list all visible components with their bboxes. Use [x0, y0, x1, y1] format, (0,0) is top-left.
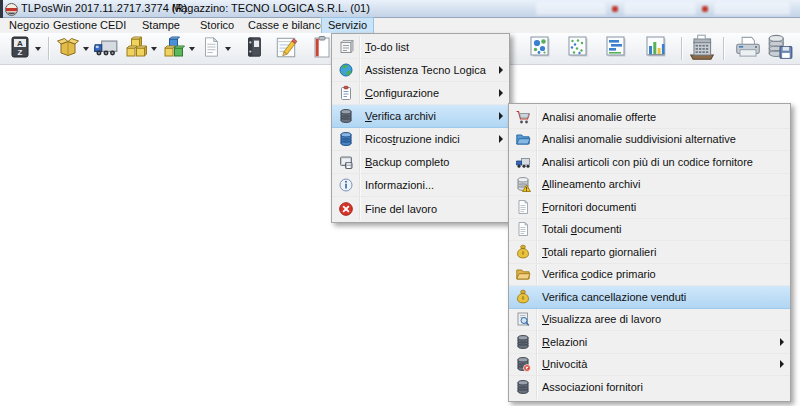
- menu-item-ricostruzione-indici[interactable]: Ricostruzione indici: [332, 128, 509, 151]
- bubble-chart-button[interactable]: [528, 35, 552, 62]
- menubar-item-servizio[interactable]: Servizio: [322, 18, 373, 33]
- toolbar-separator: [48, 37, 50, 60]
- menu-item-label: Relazioni: [542, 336, 587, 348]
- print-button[interactable]: [733, 35, 763, 62]
- dropdown-arrow-icon[interactable]: [225, 47, 231, 51]
- database-save-icon: [766, 33, 794, 65]
- menu-item-label: Fine del lavoro: [365, 203, 437, 215]
- menu-item-totali-reparto-giornalieri[interactable]: Totali reparto giornalieri: [509, 241, 790, 264]
- menubar-item-stampe[interactable]: Stampe: [136, 18, 186, 33]
- app-icon: [5, 2, 18, 15]
- menu-item-fornitori-documenti[interactable]: Fornitori documenti: [509, 196, 790, 219]
- submenu-arrow-icon: [499, 112, 503, 120]
- backup-icon: [338, 154, 354, 170]
- menu-item-configurazione[interactable]: Configurazione: [332, 82, 509, 105]
- archive-binder-button[interactable]: [243, 35, 265, 62]
- documents-button[interactable]: [200, 35, 231, 62]
- bar-chart-button[interactable]: [644, 35, 668, 62]
- menubar-item-casse-e-bilance[interactable]: Casse e bilance: [242, 18, 332, 33]
- az-book-icon: A Z: [8, 34, 32, 64]
- notepad-pencil-icon: [272, 34, 300, 64]
- menu-item-label: Verifica archivi: [365, 110, 436, 122]
- menu-item-univocit[interactable]: Univocità: [509, 354, 790, 377]
- menu-item-assistenza-tecno-logica[interactable]: Assistenza Tecno Logica: [332, 59, 509, 82]
- edit-notes-button[interactable]: [272, 35, 300, 62]
- submenu-arrow-icon: [499, 89, 503, 97]
- menu-item-verifica-archivi[interactable]: Verifica archivi: [332, 105, 509, 128]
- menu-item-fine-del-lavoro[interactable]: Fine del lavoro: [332, 197, 509, 220]
- moneybag-icon: [515, 244, 531, 260]
- doc-search-icon: [515, 311, 531, 327]
- menu-item-totali-documenti[interactable]: Totali documenti: [509, 219, 790, 242]
- menu-item-label: Totali documenti: [542, 223, 622, 235]
- info-icon: [338, 177, 354, 193]
- dropdown-arrow-icon[interactable]: [83, 47, 89, 51]
- menu-item-label: Fornitori documenti: [542, 201, 636, 213]
- document-icon: [515, 221, 531, 237]
- menu-item-label: Univocità: [542, 358, 587, 370]
- menu-item-label: Analisi anomalie suddivisioni alternativ…: [542, 133, 736, 145]
- cubes-color-icon: [162, 34, 186, 64]
- menu-item-verifica-cancellazione-venduti[interactable]: Verifica cancellazione venduti: [509, 286, 790, 309]
- menu-item-analisi-anomalie-suddivisioni-alternative[interactable]: Analisi anomalie suddivisioni alternativ…: [509, 129, 790, 152]
- servizio-menu-panel: To-do list Assistenza Tecno Logica Confi…: [331, 33, 510, 223]
- save-database-button[interactable]: [766, 35, 794, 62]
- menu-item-label: Ricostruzione indici: [365, 133, 460, 145]
- todo-list-icon: [338, 39, 354, 55]
- menu-item-label: Configurazione: [365, 87, 439, 99]
- moneybag-icon: [515, 289, 531, 305]
- dropdown-arrow-icon[interactable]: [35, 47, 41, 51]
- gantt-chart-button[interactable]: [604, 35, 628, 62]
- menu-item-label: Analisi articoli con più di un codice fo…: [542, 156, 753, 168]
- menu-item-verifica-codice-primario[interactable]: Verifica codice primario: [509, 264, 790, 287]
- menu-item-analisi-anomalie-offerte[interactable]: Analisi anomalie offerte: [509, 106, 790, 129]
- menu-item-backup-completo[interactable]: Backup completo: [332, 151, 509, 174]
- menubar-item-storico[interactable]: Storico: [194, 18, 240, 33]
- dropdown-arrow-icon[interactable]: [151, 47, 157, 51]
- menu-item-label: Verifica codice primario: [542, 268, 656, 280]
- menu-item-to-do-list[interactable]: To-do list: [332, 36, 509, 59]
- database-dark-icon: [515, 379, 531, 395]
- database-dark-icon: [515, 334, 531, 350]
- database-dark-icon: [338, 108, 354, 124]
- folder-yellow-icon: [515, 266, 531, 282]
- toolbar-separator: [723, 37, 725, 60]
- scatter-chart-icon: [566, 34, 590, 64]
- svg-text:Z: Z: [18, 48, 23, 57]
- toolbar-separator: [681, 37, 683, 60]
- folder-blue-icon: [515, 131, 531, 147]
- article-groups-button[interactable]: [162, 35, 195, 62]
- globe-icon: [338, 62, 354, 78]
- menu-item-allineamento-archivi[interactable]: Allineamento archivi: [509, 174, 790, 197]
- database-blue-icon: [338, 131, 354, 147]
- bar-chart-icon: [644, 34, 668, 64]
- printer-icon: [733, 33, 763, 65]
- truck-icon: [515, 154, 531, 170]
- menu-item-visualizza-aree-di-lavoro[interactable]: Visualizza aree di lavoro: [509, 309, 790, 332]
- binder-icon: [243, 34, 265, 64]
- svg-text:A: A: [17, 38, 23, 47]
- suppliers-truck-button[interactable]: [92, 35, 120, 62]
- gantt-chart-icon: [604, 34, 628, 64]
- menu-item-label: To-do list: [365, 41, 409, 53]
- articles-button[interactable]: [124, 35, 157, 62]
- cash-register-button[interactable]: [687, 35, 717, 62]
- package-button[interactable]: [56, 35, 89, 62]
- dropdown-arrow-icon[interactable]: [189, 47, 195, 51]
- menu-item-relazioni[interactable]: Relazioni: [509, 331, 790, 354]
- truck-big-icon: [92, 34, 120, 64]
- menu-item-label: Associazioni fornitori: [542, 381, 643, 393]
- clipboard-icon: [338, 85, 354, 101]
- submenu-arrow-icon: [499, 135, 503, 143]
- submenu-arrow-icon: [499, 66, 503, 74]
- scatter-chart-button[interactable]: [566, 35, 590, 62]
- window-edge: [0, 0, 3, 18]
- cubes-yellow-icon: [124, 34, 148, 64]
- menu-item-informazioni[interactable]: Informazioni...: [332, 174, 509, 197]
- sort-az-button[interactable]: A Z: [8, 35, 41, 62]
- title-bar: TLPosWin 2017.11.2717.3774 (R) Magazzino…: [0, 0, 800, 18]
- exit-icon: [338, 201, 354, 217]
- menu-item-associazioni-fornitori[interactable]: Associazioni fornitori: [509, 376, 790, 399]
- menubar-item-gestione-cedi[interactable]: Gestione CEDI: [47, 18, 132, 33]
- menu-item-analisi-articoli-con-pi-di-un-codice-fornitore[interactable]: Analisi articoli con più di un codice fo…: [509, 151, 790, 174]
